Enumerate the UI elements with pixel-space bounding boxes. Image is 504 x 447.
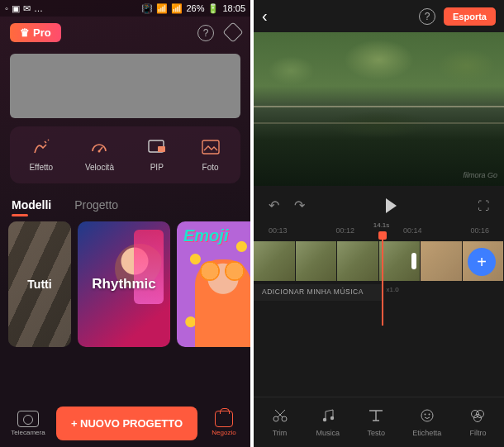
photo-icon (200, 138, 221, 156)
time-mark: 00:16 (470, 226, 489, 235)
template-thumb (200, 261, 250, 283)
svg-point-12 (477, 411, 484, 418)
svg-point-0 (98, 150, 101, 153)
watermark: filmora Go (463, 171, 497, 179)
camera-label: Telecamera (11, 429, 45, 436)
time-mark: 00:13 (269, 226, 288, 235)
tool-text[interactable]: Testo (367, 407, 385, 437)
template-tabs: Modelli Progetto (0, 192, 250, 218)
notif-icon: ✉ (23, 3, 31, 14)
template-rhythmic[interactable]: Rhythmic (78, 221, 170, 347)
svg-point-7 (330, 416, 334, 420)
speed-icon (88, 138, 110, 156)
notif-more: … (34, 3, 43, 13)
video-preview[interactable]: filmora Go (254, 32, 504, 186)
tool-label: Velocità (85, 163, 114, 172)
clock: 18:05 (222, 3, 245, 13)
crown-icon: ♛ (20, 26, 30, 39)
home-screen: ◦ ▣ ✉ … 📳 📶 📶 26% 🔋 18:05 ♛ Pro ? Effett… (0, 0, 250, 447)
add-clip-button[interactable]: + (468, 248, 496, 276)
music-icon (319, 407, 337, 424)
pro-label: Pro (33, 26, 51, 39)
template-label: Emoji (183, 226, 250, 245)
shop-icon (215, 411, 233, 427)
fullscreen-button[interactable]: ⛶ (478, 199, 489, 212)
pip-icon (146, 138, 168, 156)
tool-label: Trim (273, 429, 288, 437)
edit-toolbar: Trim Musica Testo Etichetta Filtro (254, 397, 504, 447)
svg-point-10 (428, 414, 430, 416)
svg-rect-3 (202, 140, 219, 154)
tool-effect[interactable]: Effetto (29, 138, 53, 172)
tool-label: Filtro (469, 429, 486, 437)
bottom-bar: Telecamera + NUOVO PROGETTO Negozio (0, 400, 250, 447)
tool-label: PIP (150, 163, 164, 172)
vibrate-icon: 📳 (141, 3, 153, 14)
quick-tools: Effetto Velocità PIP Foto (10, 126, 240, 183)
trim-icon (271, 407, 289, 424)
clip-thumb[interactable] (337, 241, 379, 281)
notif-icon: ▣ (12, 3, 20, 14)
tool-label: Testo (367, 429, 385, 437)
clip-thumb[interactable] (379, 241, 421, 281)
template-list[interactable]: Tutti Rhythmic Emoji (0, 218, 250, 350)
status-bar: ◦ ▣ ✉ … 📳 📶 📶 26% 🔋 18:05 (0, 0, 250, 17)
battery-pct: 26% (186, 3, 204, 13)
svg-point-8 (421, 410, 433, 421)
template-label: Tutti (27, 278, 51, 291)
back-button[interactable]: ‹ (262, 7, 268, 26)
redo-button[interactable]: ↷ (294, 197, 305, 213)
tool-pip[interactable]: PIP (146, 138, 168, 172)
svg-point-6 (323, 418, 326, 421)
notif-icon: ◦ (5, 3, 8, 13)
pro-badge[interactable]: ♛ Pro (10, 23, 61, 42)
playback-controls: ↶ ↷ ⛶ (254, 186, 504, 225)
tool-photo[interactable]: Foto (200, 138, 221, 172)
tool-filter[interactable]: Filtro (468, 407, 487, 437)
help-icon[interactable]: ? (419, 8, 435, 25)
svg-point-13 (474, 415, 482, 422)
speed-indicator: x1.0 (387, 286, 399, 293)
undo-button[interactable]: ↶ (269, 197, 279, 213)
clip-thumb[interactable] (296, 241, 338, 281)
playhead[interactable] (382, 231, 383, 326)
playhead-time: 14.1s (373, 221, 390, 229)
export-button[interactable]: Esporta (444, 7, 496, 26)
template-all[interactable]: Tutti (8, 221, 71, 347)
timeline[interactable]: 14.1s + ADICIONAR MINHA MÚSICA x1.0 (254, 241, 504, 311)
tool-speed[interactable]: Velocità (85, 138, 114, 172)
new-project-button[interactable]: + NUOVO PROGETTO (56, 407, 197, 440)
text-icon (367, 407, 385, 424)
time-mark: 00:14 (403, 226, 422, 235)
template-emoji[interactable]: Emoji (177, 221, 250, 347)
camera-button[interactable]: Telecamera (7, 411, 50, 436)
tool-label: Musica (316, 429, 340, 437)
tab-models[interactable]: Modelli (12, 198, 51, 212)
tool-label: Foto (202, 163, 219, 172)
clip-thumb[interactable] (421, 241, 463, 281)
shop-label: Negozio (212, 429, 235, 436)
battery-icon: 🔋 (207, 3, 219, 14)
music-track[interactable]: ADICIONAR MINHA MÚSICA (254, 284, 382, 301)
tool-label: Effetto (29, 163, 53, 172)
svg-rect-2 (158, 146, 165, 152)
tool-music[interactable]: Musica (316, 407, 340, 437)
ad-placeholder[interactable] (10, 54, 240, 118)
wifi-icon: 📶 (156, 3, 168, 14)
tool-sticker[interactable]: Etichetta (412, 407, 441, 437)
camera-icon (17, 411, 39, 427)
settings-icon[interactable] (222, 21, 243, 42)
editor-screen: ‹ ? Esporta filmora Go ↶ ↷ ⛶ 00:13 00:12… (254, 0, 504, 447)
tab-project[interactable]: Progetto (74, 198, 118, 212)
clip-thumb[interactable] (254, 241, 296, 281)
svg-point-9 (424, 414, 426, 416)
tool-label: Etichetta (412, 429, 441, 437)
shop-button[interactable]: Negozio (204, 411, 244, 436)
sticker-icon (418, 407, 436, 424)
help-icon[interactable]: ? (197, 25, 214, 41)
tool-trim[interactable]: Trim (271, 407, 289, 437)
effect-icon (31, 138, 52, 156)
signal-icon: 📶 (171, 3, 183, 14)
clip-track[interactable] (254, 241, 504, 281)
play-button[interactable] (386, 198, 397, 213)
